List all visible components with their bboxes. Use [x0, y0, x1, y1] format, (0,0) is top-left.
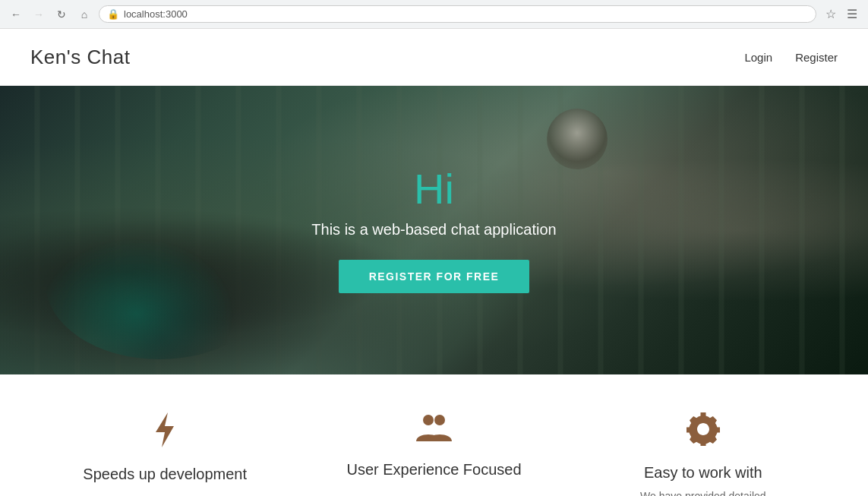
login-link[interactable]: Login: [744, 51, 772, 64]
address-bar[interactable]: 🔒 localhost:3000: [99, 5, 816, 23]
home-button[interactable]: ⌂: [76, 6, 93, 23]
register-link[interactable]: Register: [795, 51, 838, 64]
browser-toolbar: ← → ↻ ⌂ 🔒 localhost:3000 ☆ ☰: [0, 0, 868, 29]
feature-speed: Speeds up development: [30, 412, 299, 496]
feature-easy: Easy to work with We have provided detai…: [569, 412, 838, 496]
feature-ux: User Experience Focused: [299, 412, 568, 496]
bookmark-button[interactable]: ☆: [822, 6, 839, 23]
hero-tagline: This is a web-based chat application: [311, 221, 556, 239]
navbar: Ken's Chat Login Register: [0, 29, 868, 86]
gear-icon: [584, 412, 822, 450]
feature-easy-title: Easy to work with: [584, 463, 822, 482]
menu-button[interactable]: ☰: [844, 6, 860, 23]
reload-button[interactable]: ↻: [53, 6, 70, 23]
site-wrapper: Ken's Chat Login Register Hi This is a w…: [0, 29, 868, 496]
address-lock-icon: 🔒: [107, 8, 119, 20]
feature-ux-title: User Experience Focused: [314, 460, 553, 479]
moto-teal-accent: [46, 207, 273, 359]
hero-greeting: Hi: [311, 168, 556, 210]
brand-logo: Ken's Chat: [30, 46, 130, 69]
moto-mirror-accent: [547, 109, 608, 169]
browser-right-icons: ☆ ☰: [822, 6, 860, 23]
feature-easy-desc: We have provided detailed: [584, 488, 822, 496]
forward-button[interactable]: →: [30, 6, 47, 23]
feature-speed-title: Speeds up development: [46, 464, 284, 484]
hero-content: Hi This is a web-based chat application …: [311, 168, 556, 293]
register-cta-button[interactable]: REGISTER FOR FREE: [339, 260, 530, 293]
svg-marker-0: [156, 412, 174, 447]
nav-links: Login Register: [744, 51, 838, 64]
svg-point-1: [423, 415, 434, 425]
features-section: Speeds up development User Experience Fo…: [0, 374, 868, 496]
back-button[interactable]: ←: [8, 6, 24, 23]
hero-section: Hi This is a web-based chat application …: [0, 86, 868, 374]
address-url: localhost:3000: [124, 8, 188, 20]
svg-point-2: [434, 415, 445, 425]
bolt-icon: [46, 412, 284, 452]
users-icon: [314, 412, 553, 447]
